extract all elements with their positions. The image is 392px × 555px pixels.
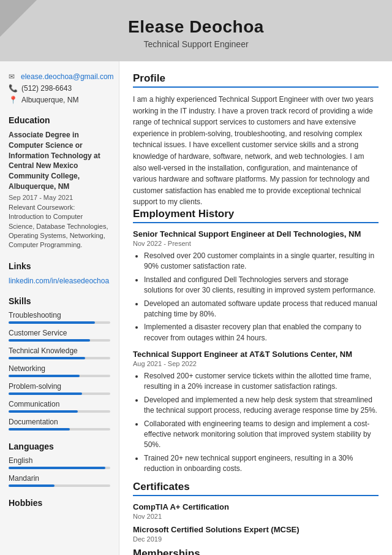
cert-name: CompTIA A+ Certification (133, 502, 379, 511)
skill-bar-fill (9, 339, 90, 342)
contact-section: ✉ elease.deochoa@gmail.com 📞 (512) 298-6… (9, 72, 110, 104)
education-coursework: Relevant Coursework: Introduction to Com… (9, 203, 110, 250)
job-bullet: Resolved 200+ customer service tickets w… (144, 371, 379, 392)
certificates-section-title: Certificates (133, 481, 379, 496)
job-entry: Senior Technical Support Engineer at Del… (133, 229, 379, 343)
sidebar: ✉ elease.deochoa@gmail.com 📞 (512) 298-6… (0, 61, 119, 555)
skill-label: Problem-solving (9, 382, 110, 391)
skill-bar-bg (9, 392, 110, 395)
cert-date: Dec 2019 (133, 535, 379, 543)
skill-bar-bg (9, 357, 110, 359)
skill-item: Customer Service (9, 329, 110, 342)
language-item: Mandarin (9, 474, 110, 487)
job-bullets: Resolved over 200 customer complaints in… (133, 251, 379, 343)
phone-icon: 📞 (9, 84, 18, 93)
skill-bar-fill (9, 375, 80, 377)
skill-bar-bg (9, 321, 110, 324)
hobbies-section: Hobbies (9, 498, 110, 508)
cert-date: Nov 2021 (133, 513, 379, 520)
skill-item: Documentation (9, 418, 110, 431)
cert-name: Microsoft Certified Solutions Expert (MC… (133, 525, 379, 534)
resume-body: ✉ elease.deochoa@gmail.com 📞 (512) 298-6… (0, 61, 392, 555)
skill-bar-bg (9, 339, 110, 342)
education-title: Education (9, 115, 110, 125)
employment-section-title: Employment History (133, 208, 379, 223)
job-bullet: Trained 20+ new technical support engine… (144, 453, 379, 475)
links-section: Links linkedin.com/in/eleasedeochoa (9, 261, 110, 285)
links-title: Links (9, 261, 110, 271)
certificates-section: Certificates CompTIA A+ Certification No… (133, 481, 379, 543)
skill-label: Documentation (9, 418, 110, 426)
location-icon: 📍 (9, 96, 18, 104)
job-bullets: Resolved 200+ customer service tickets w… (133, 371, 379, 475)
skill-bar-fill (9, 410, 78, 413)
location-text: Albuquerque, NM (21, 96, 78, 104)
candidate-name: Elease Deochoa (12, 17, 380, 37)
profile-section: Profile I am a highly experienced Techni… (133, 72, 379, 208)
memberships-section-title: Memberships (133, 548, 379, 555)
skill-item: Troubleshooting (9, 311, 110, 324)
education-degree: Associate Degree in Computer Science or … (9, 130, 110, 192)
skill-bar-bg (9, 428, 110, 431)
job-title: Senior Technical Support Engineer at Del… (133, 229, 379, 239)
candidate-title: Technical Support Engineer (12, 39, 380, 49)
skills-title: Skills (9, 296, 110, 306)
skill-item: Networking (9, 364, 110, 377)
skill-item: Communication (9, 400, 110, 413)
job-date: Aug 2021 - Sep 2022 (133, 360, 379, 367)
education-date: Sep 2017 - May 2021 (9, 194, 110, 201)
location-item: 📍 Albuquerque, NM (9, 96, 110, 104)
skill-label: Customer Service (9, 329, 110, 337)
phone-number: (512) 298-6643 (21, 84, 72, 93)
email-link[interactable]: elease.deochoa@gmail.com (21, 72, 114, 81)
coursework-label: Relevant Coursework: (9, 204, 75, 211)
job-bullet: Installed and configured Dell Technologi… (144, 275, 379, 296)
skill-item: Technical Knowledge (9, 346, 110, 359)
skill-bar-fill (9, 321, 95, 324)
phone-item: 📞 (512) 298-6643 (9, 84, 110, 93)
language-label: Mandarin (9, 474, 110, 483)
certificate-entry: Microsoft Certified Solutions Expert (MC… (133, 525, 379, 543)
main-content: Profile I am a highly experienced Techni… (119, 61, 392, 555)
job-bullet: Resolved over 200 customer complaints in… (144, 251, 379, 272)
skill-label: Networking (9, 364, 110, 373)
job-date: Nov 2022 - Present (133, 240, 379, 247)
language-bar-fill (9, 467, 105, 469)
language-bar-fill (9, 484, 55, 487)
profile-text: I am a highly experienced Technical Supp… (133, 94, 379, 208)
coursework-text: Introduction to Computer Science, Databa… (9, 213, 108, 248)
linkedin-link[interactable]: linkedin.com/in/eleasedeochoa (9, 277, 109, 285)
job-bullet: Implemented a disaster recovery plan tha… (144, 322, 379, 343)
skill-item: Problem-solving (9, 382, 110, 395)
email-icon: ✉ (9, 72, 17, 81)
hobbies-title: Hobbies (9, 498, 110, 508)
job-title: Technical Support Engineer at AT&T Solut… (133, 350, 379, 359)
education-section: Education Associate Degree in Computer S… (9, 115, 110, 250)
job-bullet: Collaborated with engineering teams to d… (144, 419, 379, 451)
skill-bar-fill (9, 428, 70, 431)
certificates-list: CompTIA A+ Certification Nov 2021 Micros… (133, 502, 379, 543)
skill-label: Communication (9, 400, 110, 408)
languages-section: Languages English Mandarin (9, 442, 110, 487)
resume-header: Elease Deochoa Technical Support Enginee… (0, 0, 392, 61)
job-entry: Technical Support Engineer at AT&T Solut… (133, 350, 379, 475)
email-item: ✉ elease.deochoa@gmail.com (9, 72, 110, 81)
skills-section: Skills Troubleshooting Customer Service … (9, 296, 110, 431)
skill-bar-fill (9, 357, 85, 359)
certificate-entry: CompTIA A+ Certification Nov 2021 (133, 502, 379, 520)
skill-bar-fill (9, 392, 82, 395)
language-item: English (9, 456, 110, 469)
job-bullet: Developed and implemented a new help des… (144, 395, 379, 416)
languages-title: Languages (9, 442, 110, 451)
employment-section: Employment History Senior Technical Supp… (133, 208, 379, 475)
jobs-list: Senior Technical Support Engineer at Del… (133, 229, 379, 475)
skill-bar-bg (9, 410, 110, 413)
memberships-section: Memberships Institute of Electrical and … (133, 548, 379, 555)
skill-bar-bg (9, 375, 110, 377)
language-bar-bg (9, 484, 110, 487)
languages-list: English Mandarin (9, 456, 110, 487)
skill-label: Technical Knowledge (9, 346, 110, 355)
profile-section-title: Profile (133, 72, 379, 88)
skill-label: Troubleshooting (9, 311, 110, 320)
skills-list: Troubleshooting Customer Service Technic… (9, 311, 110, 431)
